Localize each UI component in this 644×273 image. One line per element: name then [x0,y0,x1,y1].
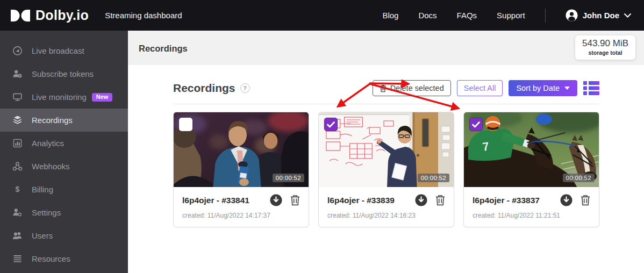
recording-card-3: 7 00:00:52 l6p4ojer - #33837 [463,112,599,227]
section-title: Recordings [173,82,235,95]
delete-selected-label: Delete selected [390,84,444,92]
recording-created: created: 11/Aug/2022 14:17:37 [182,212,300,219]
recording-card-1: 00:00:52 l6p4ojer - #33841 [173,112,309,227]
sidebar: Live broadcast Subscribe tokens Live mon… [0,31,128,273]
dolby-double-d-icon [11,10,30,21]
nav-link-faqs[interactable]: FAQs [457,11,477,20]
list-icon [12,254,23,264]
trash-icon [380,84,387,92]
sort-by-date-label: Sort by Date [516,84,560,92]
sidebar-item-label: Recordings [32,116,73,125]
checkmark-icon [472,121,480,128]
sidebar-item-recordings[interactable]: Recordings [0,109,128,132]
select-all-label: Select All [464,84,496,92]
sidebar-item-label: Webhooks [32,162,70,171]
recording-title: l6p4ojer - #33839 [327,196,395,205]
svg-text:$: $ [16,185,20,193]
page-header-band: Recordings 543.90 MiB storage total [128,31,644,65]
navbar-links: Blog Docs FAQs Support John Doe [382,9,644,23]
bar-chart-icon [12,138,23,148]
trash-icon[interactable] [290,195,300,206]
delete-selected-button[interactable]: Delete selected [373,80,451,96]
recording-1-thumbnail[interactable]: 00:00:52 [174,112,309,187]
logo-text: Dolby.io [35,8,89,23]
main-area: Recordings 543.90 MiB storage total Reco… [128,31,644,273]
webhook-icon [12,161,23,171]
sidebar-item-label: Billing [32,185,53,194]
avatar-icon [566,9,578,21]
list-view-toggle-button[interactable] [583,81,599,95]
sidebar-item-settings[interactable]: Settings [0,201,128,224]
list-view-icon [583,81,599,95]
recording-title: l6p4ojer - #33837 [473,196,540,205]
recording-3-checkbox[interactable] [469,118,483,131]
user-menu[interactable]: John Doe [566,9,631,21]
duration-badge: 00:00:52 [563,174,595,182]
content-header-row: Recordings ? Delete selected Select All … [173,80,599,97]
sidebar-item-label: Resources [32,254,70,263]
new-badge: New [92,93,113,102]
sidebar-item-billing[interactable]: $ Billing [0,178,128,201]
sort-by-date-button[interactable]: Sort by Date [509,80,577,96]
duration-badge: 00:00:52 [273,174,304,182]
user-name: John Doe [583,11,619,20]
duration-badge: 00:00:52 [418,174,449,182]
sidebar-item-resources[interactable]: Resources [0,247,128,270]
download-icon[interactable] [270,194,282,206]
navbar-divider [545,9,546,23]
sidebar-item-label: Analytics [32,139,64,148]
sidebar-item-live-monitoring[interactable]: Live monitoring New [0,85,128,109]
recording-created: created: 11/Aug/2022 14:16:23 [327,212,445,219]
divider [173,104,599,104]
layers-icon [12,115,23,125]
sidebar-item-label: Live broadcast [32,46,84,55]
help-icon[interactable]: ? [240,83,250,93]
recordings-toolbar: Delete selected Select All Sort by Date [373,80,599,96]
sidebar-item-users[interactable]: Users [0,224,128,247]
storage-label: storage total [582,49,628,56]
trash-icon[interactable] [435,195,445,206]
page-title: Recordings [139,44,188,54]
trash-icon[interactable] [581,195,590,206]
card-footer: l6p4ojer - #33839 created: 11/Aug/2022 1… [319,187,454,227]
nav-link-docs[interactable]: Docs [418,11,437,20]
chevron-down-icon [624,13,631,18]
recording-title: l6p4ojer - #33841 [182,196,249,205]
sidebar-item-live-broadcast[interactable]: Live broadcast [0,39,128,62]
dolby-logo[interactable]: Dolby.io [0,8,89,23]
checkmark-icon [327,121,335,128]
caret-down-icon [564,87,570,90]
storage-value: 543.90 MiB [582,38,628,49]
select-all-button[interactable]: Select All [457,80,503,96]
download-icon[interactable] [560,194,573,206]
monitor-icon [12,92,23,102]
sidebar-item-webhooks[interactable]: Webhooks [0,155,128,178]
card-footer: l6p4ojer - #33841 created: 11/Aug/2022 1… [174,187,309,227]
top-navbar: Dolby.io Streaming dashboard Blog Docs F… [0,0,644,31]
app-subtitle: Streaming dashboard [105,11,182,20]
sidebar-item-label: Subscribe tokens [32,69,94,78]
broadcast-icon [12,46,23,56]
recording-3-thumbnail[interactable]: 7 00:00:52 [464,112,599,187]
sidebar-item-label: Settings [32,208,61,217]
content-area: Recordings ? Delete selected Select All … [128,80,644,227]
recording-card-2: 00:00:52 l6p4ojer - #33839 [318,112,454,227]
subscriber-icon [12,69,23,79]
person-gear-icon [12,207,23,218]
recording-created: created: 11/Aug/2022 11:21:51 [473,212,590,219]
recording-2-checkbox[interactable] [324,118,338,131]
sidebar-item-label: Live monitoring [32,92,87,102]
download-icon[interactable] [415,194,427,206]
recordings-grid: 00:00:52 l6p4ojer - #33841 [173,112,599,227]
storage-total-card: 543.90 MiB storage total [575,35,635,60]
dollar-icon: $ [12,184,23,195]
nav-link-blog[interactable]: Blog [382,11,398,20]
sidebar-item-label: Users [32,231,53,240]
people-icon [12,231,23,241]
recording-1-checkbox[interactable] [179,118,192,131]
nav-link-support[interactable]: Support [497,11,525,20]
recording-2-thumbnail[interactable]: 00:00:52 [319,112,454,187]
sidebar-item-analytics[interactable]: Analytics [0,132,128,155]
card-footer: l6p4ojer - #33837 created: 11/Aug/2022 1… [464,187,599,227]
sidebar-item-subscribe-tokens[interactable]: Subscribe tokens [0,62,128,85]
